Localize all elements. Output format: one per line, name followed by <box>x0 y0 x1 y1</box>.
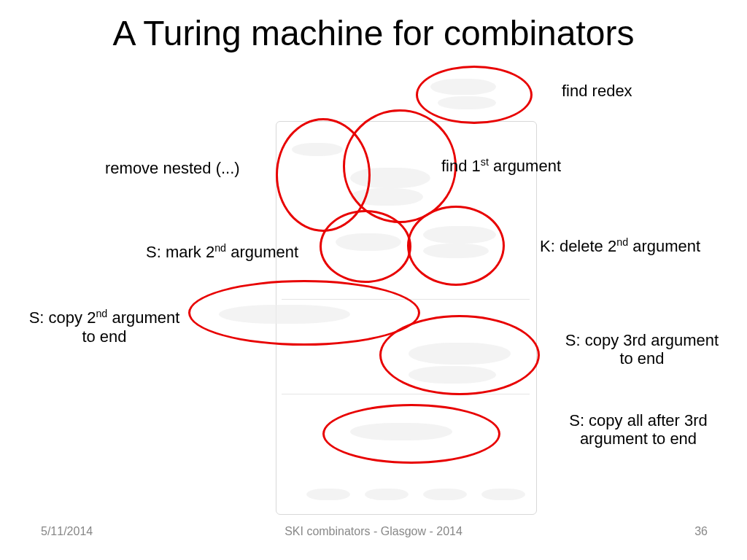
bg-blob <box>306 489 350 500</box>
label-sup: nd <box>96 308 107 319</box>
label-text: to end <box>82 327 126 346</box>
label-text: argument <box>226 243 298 261</box>
label-text: find 1 <box>441 157 481 175</box>
ring-find-1st-arg <box>343 109 457 223</box>
footer-page-number: 36 <box>694 525 708 538</box>
label-text: argument <box>107 308 179 327</box>
label-sup: st <box>481 156 489 168</box>
bg-blob <box>365 489 409 500</box>
bg-blob <box>481 489 525 500</box>
slide-title: A Turing machine for combinators <box>0 13 747 53</box>
bg-line <box>282 394 530 394</box>
ring-find-redex <box>416 66 533 124</box>
label-text: S: copy 2 <box>29 308 96 327</box>
label-sup: nd <box>616 236 628 248</box>
ring-k-delete-2nd <box>407 206 505 286</box>
ring-s-copy-all <box>322 404 500 464</box>
label-text: to end <box>619 349 664 368</box>
label-text: S: copy 3rd argument <box>565 331 719 349</box>
label-k-delete-2nd: K: delete 2nd argument <box>540 236 700 256</box>
ring-s-copy-2nd <box>188 280 420 346</box>
footer-middle: SKI combinators - Glasgow - 2014 <box>0 525 747 538</box>
label-s-copy-3rd: S: copy 3rd argument to end <box>562 331 722 368</box>
label-text: K: delete 2 <box>540 237 616 255</box>
label-text: S: copy all after 3rd <box>569 411 708 429</box>
bg-blob <box>423 489 467 500</box>
label-text: S: mark 2 <box>146 243 214 261</box>
label-text: argument to end <box>580 429 697 448</box>
label-text: argument <box>489 157 561 175</box>
ring-s-copy-3rd <box>379 315 540 395</box>
slide-footer: 5/11/2014 SKI combinators - Glasgow - 20… <box>0 525 747 544</box>
label-s-copy-2nd: S: copy 2nd argument to end <box>28 308 181 346</box>
label-s-copy-all: S: copy all after 3rd argument to end <box>562 411 715 448</box>
slide: A Turing machine for combinators find re… <box>0 0 747 560</box>
label-sup: nd <box>214 242 226 254</box>
label-find-redex: find redex <box>562 82 632 100</box>
label-s-mark-2nd: S: mark 2nd argument <box>146 242 298 262</box>
label-remove-nested: remove nested (...) <box>105 159 240 177</box>
label-text: argument <box>628 237 700 255</box>
label-find-1st-arg: find 1st argument <box>441 156 561 176</box>
ring-s-mark-2nd <box>320 210 411 283</box>
